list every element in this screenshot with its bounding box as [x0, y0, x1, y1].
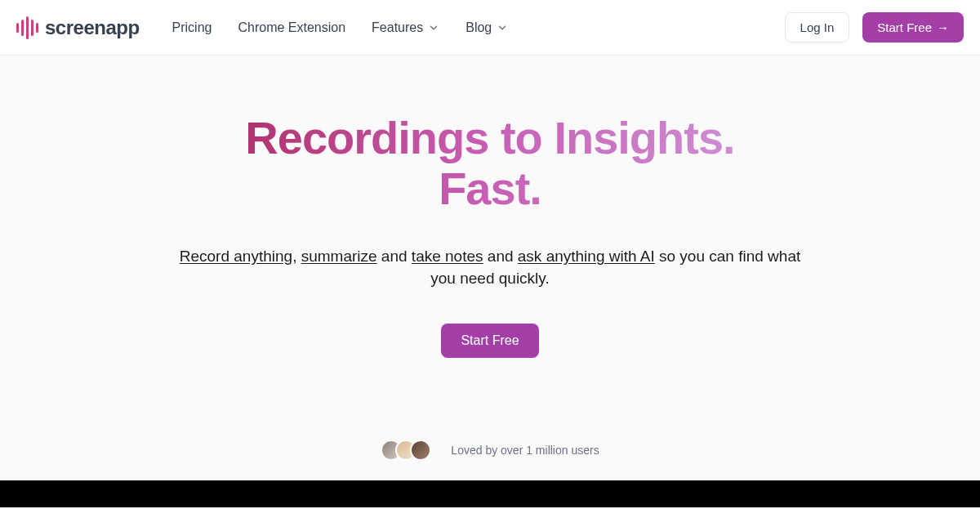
logo-text: screenapp — [45, 16, 140, 39]
chevron-down-icon — [497, 22, 508, 33]
nav-label: Chrome Extension — [238, 20, 345, 35]
header-right: Log In Start Free → — [785, 12, 964, 42]
nav-label: Pricing — [172, 20, 212, 35]
start-free-header-button[interactable]: Start Free → — [862, 12, 964, 42]
link-ask-ai[interactable]: ask anything with AI — [518, 248, 655, 265]
nav-chrome-extension[interactable]: Chrome Extension — [238, 20, 345, 35]
social-proof: Loved by over 1 million users — [0, 440, 980, 461]
avatar — [410, 440, 431, 461]
hero-title-line2: Fast. — [245, 163, 734, 214]
header-left: screenapp Pricing Chrome Extension Featu… — [16, 15, 508, 41]
link-record-anything[interactable]: Record anything — [180, 248, 292, 265]
hero-title: Recordings to Insights. Fast. — [245, 113, 734, 213]
link-summarize[interactable]: summarize — [301, 248, 377, 265]
site-header: screenapp Pricing Chrome Extension Featu… — [0, 0, 980, 56]
login-button[interactable]: Log In — [785, 12, 850, 42]
sep: , — [292, 248, 301, 265]
nav-label: Blog — [466, 20, 492, 35]
hero-section: Recordings to Insights. Fast. Record any… — [0, 56, 980, 480]
hero-cta-wrap: Start Free — [0, 324, 980, 358]
avatar-stack — [381, 440, 431, 461]
logo[interactable]: screenapp — [16, 15, 140, 41]
arrow-right-icon: → — [937, 20, 949, 34]
start-free-hero-button[interactable]: Start Free — [441, 324, 538, 358]
main-nav: Pricing Chrome Extension Features Blog — [172, 20, 509, 35]
link-take-notes[interactable]: take notes — [412, 248, 483, 265]
audio-bars-icon — [16, 15, 38, 41]
social-proof-text: Loved by over 1 million users — [451, 444, 599, 457]
nav-label: Features — [372, 20, 423, 35]
nav-features[interactable]: Features — [372, 20, 439, 35]
hero-subtitle: Record anything, summarize and take note… — [172, 246, 808, 289]
nav-pricing[interactable]: Pricing — [172, 20, 212, 35]
nav-blog[interactable]: Blog — [466, 20, 508, 35]
sep: and — [483, 248, 518, 265]
sep: and — [377, 248, 412, 265]
chevron-down-icon — [428, 22, 439, 33]
hero-title-line1: Recordings to Insights. — [245, 113, 734, 163]
button-label: Start Free — [877, 20, 932, 34]
footer-bar — [0, 480, 980, 507]
